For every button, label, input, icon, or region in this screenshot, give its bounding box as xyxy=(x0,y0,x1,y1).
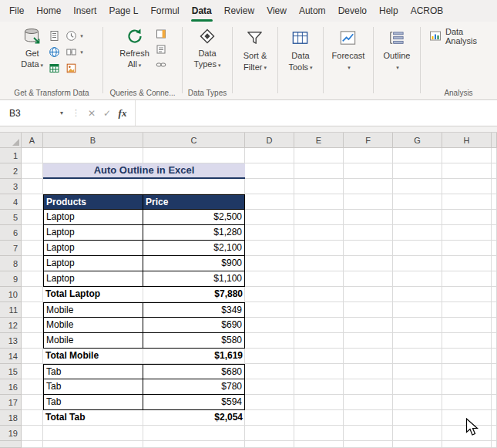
grid-cell[interactable] xyxy=(22,287,43,302)
grid-cell[interactable] xyxy=(22,302,43,318)
name-box[interactable]: B3 ▾ xyxy=(0,100,68,126)
get-data-button[interactable]: Get Data▾ xyxy=(18,25,45,72)
grid-cell[interactable] xyxy=(22,364,43,379)
grid-cell[interactable] xyxy=(294,410,344,426)
row-header-19[interactable]: 19 xyxy=(0,426,22,441)
grid-cell[interactable] xyxy=(43,148,143,163)
grid-cell[interactable] xyxy=(22,426,43,441)
grid-cell[interactable] xyxy=(22,395,43,410)
cell-B13[interactable]: Mobile xyxy=(43,333,143,349)
grid-cell[interactable] xyxy=(245,426,294,441)
row-header-14[interactable]: 14 xyxy=(0,349,22,364)
row-header-8[interactable]: 8 xyxy=(0,256,22,271)
tab-data[interactable]: Data xyxy=(186,0,218,22)
row-header-13[interactable]: 13 xyxy=(0,333,22,349)
grid-cell[interactable] xyxy=(22,256,43,271)
grid-cell[interactable] xyxy=(294,364,344,379)
cell-C12[interactable]: $690 xyxy=(143,318,245,333)
recent-sources-button[interactable]: ▾ xyxy=(65,30,83,42)
formula-input[interactable] xyxy=(135,100,497,126)
grid-cell[interactable] xyxy=(442,364,492,379)
grid-cell[interactable] xyxy=(492,302,497,318)
column-header-E[interactable]: E xyxy=(294,133,344,148)
row-header-18[interactable]: 18 xyxy=(0,410,22,426)
grid-cell[interactable] xyxy=(344,333,393,349)
grid-cell[interactable] xyxy=(294,179,344,194)
row-header-7[interactable]: 7 xyxy=(0,241,22,256)
tab-page-layout[interactable]: Page L xyxy=(102,0,144,22)
grid-cell[interactable] xyxy=(245,163,294,179)
grid-cell[interactable] xyxy=(492,179,497,194)
grid-cell[interactable] xyxy=(344,379,393,395)
grid-cell[interactable] xyxy=(442,148,492,163)
grid-cell[interactable] xyxy=(393,349,442,364)
grid-cell[interactable] xyxy=(344,163,393,179)
grid-cell[interactable] xyxy=(492,333,497,349)
grid-cell[interactable] xyxy=(442,349,492,364)
tab-file[interactable]: File xyxy=(3,0,30,22)
grid-cell[interactable] xyxy=(294,395,344,410)
grid-cell[interactable] xyxy=(393,256,442,271)
grid-cell[interactable] xyxy=(344,410,393,426)
existing-connections-button[interactable]: ▾ xyxy=(65,46,83,58)
grid-cell[interactable] xyxy=(294,318,344,333)
grid-cell[interactable] xyxy=(492,210,497,225)
grid-cell[interactable] xyxy=(245,318,294,333)
grid-cell[interactable] xyxy=(442,410,492,426)
grid-cell[interactable] xyxy=(22,179,43,194)
column-header-H[interactable]: H xyxy=(442,133,492,148)
grid-cell[interactable] xyxy=(344,318,393,333)
grid-cell[interactable] xyxy=(22,194,43,210)
grid-cell[interactable] xyxy=(43,179,143,194)
grid-cell[interactable] xyxy=(442,333,492,349)
grid-cell[interactable] xyxy=(245,395,294,410)
grid-cell[interactable] xyxy=(294,287,344,302)
grid-cell[interactable] xyxy=(344,225,393,241)
cell-C9[interactable]: $1,100 xyxy=(143,271,245,287)
grid-cell[interactable] xyxy=(294,256,344,271)
grid-cell[interactable] xyxy=(393,318,442,333)
grid-cell[interactable] xyxy=(393,225,442,241)
enter-icon[interactable]: ✓ xyxy=(99,108,115,119)
grid-cell[interactable] xyxy=(344,364,393,379)
grid-cell[interactable] xyxy=(492,256,497,271)
grid-cell[interactable] xyxy=(294,194,344,210)
grid-cell[interactable] xyxy=(344,271,393,287)
cell-C17[interactable]: $594 xyxy=(143,395,245,410)
grid-cell[interactable] xyxy=(492,271,497,287)
name-box-chevron-icon[interactable]: ▾ xyxy=(60,109,63,116)
grid-cell[interactable] xyxy=(245,194,294,210)
grid-cell[interactable] xyxy=(492,410,497,426)
cell-C10[interactable]: $7,880 xyxy=(143,287,245,302)
grid-cell[interactable] xyxy=(492,287,497,302)
data-analysis-button[interactable]: Data Analysis xyxy=(429,27,495,45)
cell-B7[interactable]: Laptop xyxy=(43,241,143,256)
row-header-5[interactable]: 5 xyxy=(0,210,22,225)
cell-B18[interactable]: Total Tab xyxy=(43,410,143,426)
grid-cell[interactable] xyxy=(22,379,43,395)
grid-cell[interactable] xyxy=(492,349,497,364)
grid-cell[interactable] xyxy=(393,426,442,441)
cell-C15[interactable]: $680 xyxy=(143,364,245,379)
grid-cell[interactable] xyxy=(294,426,344,441)
grid-cell[interactable] xyxy=(22,241,43,256)
grid-cell[interactable] xyxy=(492,441,497,448)
grid-cell[interactable] xyxy=(492,194,497,210)
grid-cell[interactable] xyxy=(245,210,294,225)
grid-cell[interactable] xyxy=(245,179,294,194)
grid-cell[interactable] xyxy=(492,241,497,256)
spreadsheet-grid[interactable]: ABCDEFGH12345678910111213141516171819Aut… xyxy=(0,133,497,448)
grid-cell[interactable] xyxy=(43,426,143,441)
grid-cell[interactable] xyxy=(492,395,497,410)
cell-B6[interactable]: Laptop xyxy=(43,225,143,241)
grid-cell[interactable] xyxy=(442,163,492,179)
grid-cell[interactable] xyxy=(43,441,143,448)
row-header-1[interactable]: 1 xyxy=(0,148,22,163)
column-header-B[interactable]: B xyxy=(43,133,143,148)
row-header-4[interactable]: 4 xyxy=(0,194,22,210)
edit-links-button[interactable] xyxy=(156,59,166,70)
grid-cell[interactable] xyxy=(143,179,245,194)
tab-developer[interactable]: Develo xyxy=(332,0,373,22)
tab-formulas[interactable]: Formul xyxy=(144,0,185,22)
grid-cell[interactable] xyxy=(344,194,393,210)
